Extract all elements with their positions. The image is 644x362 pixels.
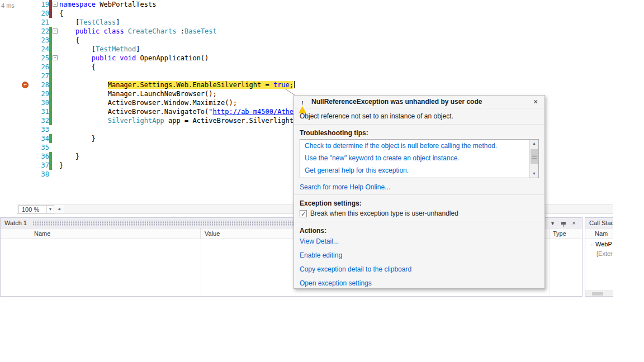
column-divider (201, 239, 201, 296)
section-divider (294, 194, 544, 195)
exception-popup: ! NullReferenceException was unhandled b… (293, 95, 545, 289)
close-icon[interactable]: × (570, 220, 578, 226)
scrollbar-thumb[interactable] (531, 149, 538, 164)
code-text: [TestClass] (59, 18, 120, 26)
column-divider (550, 239, 550, 296)
breakpoint-margin (17, 18, 32, 27)
zoom-dropdown[interactable]: 100 % ▾ (18, 205, 54, 213)
break-checkbox[interactable]: ✓ (300, 210, 307, 217)
line-number: 19 (32, 0, 49, 9)
tip-link-new-keyword[interactable]: Use the "new" keyword to create an objec… (300, 152, 538, 164)
code-text: { (59, 9, 63, 17)
code-line-24[interactable]: 24 [TestMethod] (17, 45, 613, 54)
code-text: public class CreateCharts :BaseTest (59, 27, 217, 35)
scroll-down-icon[interactable]: ▼ (530, 170, 538, 178)
breakpoint-margin (17, 72, 32, 80)
fold-minus-glyph: − (53, 28, 58, 34)
callstack-external-frame[interactable]: [Exter (585, 249, 613, 258)
breakpoint-margin (17, 170, 32, 179)
code-text: { (59, 36, 79, 44)
column-header-name[interactable]: Name (1, 228, 201, 239)
fold-collapse-icon[interactable]: − (52, 54, 59, 63)
callstack-horizontal-scrollbar[interactable] (585, 290, 613, 296)
fold-margin (52, 161, 59, 170)
line-number: 33 (32, 125, 49, 134)
fold-minus-glyph: − (53, 55, 58, 60)
search-help-online-link[interactable]: Search for more Help Online... (300, 183, 539, 191)
scroll-up-icon[interactable]: ▲ (530, 140, 538, 147)
pin-icon[interactable] (559, 219, 567, 227)
current-statement-breakpoint-icon[interactable]: → (17, 80, 32, 89)
code-line-23[interactable]: 23 { (17, 36, 613, 45)
exception-settings-label: Exception settings: (300, 199, 539, 207)
frame-label: WebP (595, 241, 612, 247)
code-line-20[interactable]: 20{ (17, 9, 613, 18)
copy-exception-detail-link[interactable]: Copy exception detail to the clipboard (300, 265, 539, 274)
line-number: 32 (32, 116, 49, 125)
code-text: } (59, 135, 96, 142)
enable-editing-link[interactable]: Enable editing (300, 251, 539, 260)
zoom-value: 100 % (22, 206, 39, 213)
fold-margin (52, 72, 59, 80)
breakpoint-margin (17, 152, 32, 161)
window-position-chevron-icon[interactable]: ▾ (548, 220, 557, 226)
line-number: 21 (32, 18, 49, 27)
fold-margin (52, 80, 59, 89)
troubleshooting-label: Troubleshooting tips: (300, 129, 539, 137)
fold-margin (52, 89, 59, 98)
code-text: namespace WebPortalTests (59, 1, 156, 8)
breakpoint-margin (17, 45, 32, 54)
fold-margin (52, 107, 59, 116)
actions-label: Actions: (300, 227, 539, 235)
line-number: 38 (32, 170, 49, 179)
thumb-grip (532, 155, 537, 159)
scroll-left-icon[interactable]: ◀ (54, 205, 64, 213)
code-text: ActiveBrowser.NavigateTo("http://ab-m450… (59, 108, 302, 116)
breakpoint-margin (17, 63, 32, 72)
code-line-26[interactable]: 26 { (17, 63, 613, 72)
open-exception-settings-link[interactable]: Open exception settings (300, 279, 539, 288)
column-header-type[interactable]: Type (550, 228, 582, 239)
fold-minus-glyph: − (53, 2, 58, 7)
code-line-27[interactable]: 27 (17, 72, 613, 80)
breakpoint-margin (17, 161, 32, 170)
code-line-21[interactable]: 21 [TestClass] (17, 18, 613, 27)
exception-message: Object reference not set to an instance … (294, 108, 544, 125)
tip-link-null-check[interactable]: Check to determine if the object is null… (300, 140, 538, 152)
breakpoint-margin (17, 98, 32, 107)
line-number: 35 (32, 143, 49, 152)
fold-margin (52, 18, 59, 27)
line-number: 23 (32, 36, 49, 45)
fold-margin (52, 45, 59, 54)
callstack-titlebar[interactable]: Call Stac (585, 218, 613, 228)
view-detail-link[interactable]: View Detail... (300, 237, 539, 246)
fold-margin (52, 170, 59, 179)
breakpoint-margin (17, 89, 32, 98)
frame-label: [Exter (596, 250, 613, 257)
code-text: { (59, 63, 96, 71)
scrollbar-thumb[interactable] (592, 292, 603, 296)
code-line-22[interactable]: 22− public class CreateCharts :BaseTest (17, 27, 613, 36)
code-text: SilverlightApp app = ActiveBrowser.Silve… (59, 117, 302, 125)
tip-link-general-help[interactable]: Get general help for this exception. (300, 164, 538, 177)
watch-title: Watch 1 (4, 220, 27, 226)
breakpoint-margin (17, 27, 32, 36)
fold-margin (52, 98, 59, 107)
line-number: 28 (32, 80, 49, 89)
tips-scrollbar[interactable]: ▲ ▼ (529, 140, 538, 178)
code-text: Manager.LaunchNewBrowser(); (59, 90, 217, 98)
close-icon[interactable]: × (531, 97, 540, 106)
code-line-28[interactable]: →28 Manager.Settings.Web.EnableSilverlig… (17, 80, 613, 89)
fold-margin (52, 36, 59, 45)
code-line-25[interactable]: 25− public void OpenApplication() (17, 54, 613, 63)
fold-collapse-icon[interactable]: − (52, 0, 59, 9)
exception-popup-header: ! NullReferenceException was unhandled b… (294, 96, 544, 108)
code-text: Manager.Settings.Web.EnableSilverlight =… (59, 81, 295, 89)
break-checkbox-row[interactable]: ✓ Break when this exception type is user… (300, 209, 539, 217)
breakpoint-margin (17, 125, 32, 134)
fold-collapse-icon[interactable]: − (52, 27, 59, 36)
code-line-19[interactable]: 19−namespace WebPortalTests (17, 0, 613, 9)
callstack-current-frame[interactable]: → WebP (585, 239, 613, 249)
line-number: 31 (32, 107, 49, 116)
callstack-column-header[interactable]: Nam (585, 228, 613, 239)
